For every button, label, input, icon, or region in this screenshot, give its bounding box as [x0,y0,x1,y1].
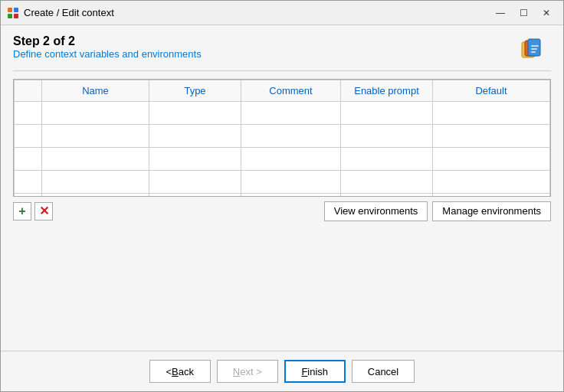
row-checkbox-cell [15,102,42,125]
finish-button[interactable]: Finish [284,360,346,383]
col-comment: Comment [241,80,341,102]
table-row [15,125,550,148]
title-bar-left: Create / Edit context [7,7,114,19]
step-title: Step 2 of 2 [13,34,202,48]
row-comment-cell [241,102,341,125]
svg-rect-8 [531,48,537,50]
svg-rect-1 [14,8,18,12]
table-row [15,148,550,171]
back-button[interactable]: < Back [149,360,211,383]
footer: < Back Next > Finish Cancel [1,351,563,391]
col-checkbox [15,80,42,102]
header-icon [519,34,551,67]
table-actions: + ✕ View environments Manage environment… [13,201,551,221]
title-bar-controls: — ☐ ✕ [490,5,557,21]
cancel-button[interactable]: Cancel [352,360,415,383]
svg-rect-6 [528,39,540,56]
svg-rect-9 [531,51,536,53]
row-default-cell [433,102,550,125]
window-title: Create / Edit context [24,7,114,18]
svg-rect-0 [8,8,12,12]
minimize-button[interactable]: — [490,5,511,21]
table-row [15,171,550,194]
main-content: Step 2 of 2 Define context variables and… [1,25,563,343]
restore-button[interactable]: ☐ [513,5,534,21]
svg-rect-7 [531,45,539,47]
next-button[interactable]: Next > [217,360,278,383]
table-row [15,102,550,125]
col-default: Default [433,80,550,102]
table-area: Name Type Comment Enable prompt Default [13,79,551,197]
table-header-row: Name Type Comment Enable prompt Default [15,80,550,102]
view-environments-button[interactable]: View environments [324,201,428,221]
row-name-cell [42,102,149,125]
title-bar: Create / Edit context — ☐ ✕ [1,1,563,25]
add-row-button[interactable]: + [13,202,31,220]
window-icon [7,7,19,19]
svg-rect-2 [8,14,12,18]
manage-environments-button[interactable]: Manage environments [432,201,551,221]
table-action-left: + ✕ [13,202,53,220]
table-row [15,194,550,197]
step-header: Step 2 of 2 Define context variables and… [13,34,551,67]
svg-rect-3 [14,14,18,18]
row-type-cell [149,102,241,125]
spacer [13,221,551,338]
close-button[interactable]: ✕ [536,5,557,21]
variables-table: Name Type Comment Enable prompt Default [14,80,550,197]
col-type: Type [149,80,241,102]
remove-row-button[interactable]: ✕ [34,202,53,220]
main-window: Create / Edit context — ☐ ✕ Step 2 of 2 … [0,0,564,392]
col-enable-prompt: Enable prompt [341,80,433,102]
header-divider [13,70,551,71]
row-enable-cell [341,102,433,125]
table-action-right: View environments Manage environments [324,201,551,221]
col-name: Name [42,80,149,102]
step-subtitle: Define context variables and environment… [13,48,202,60]
step-header-text: Step 2 of 2 Define context variables and… [13,34,202,67]
